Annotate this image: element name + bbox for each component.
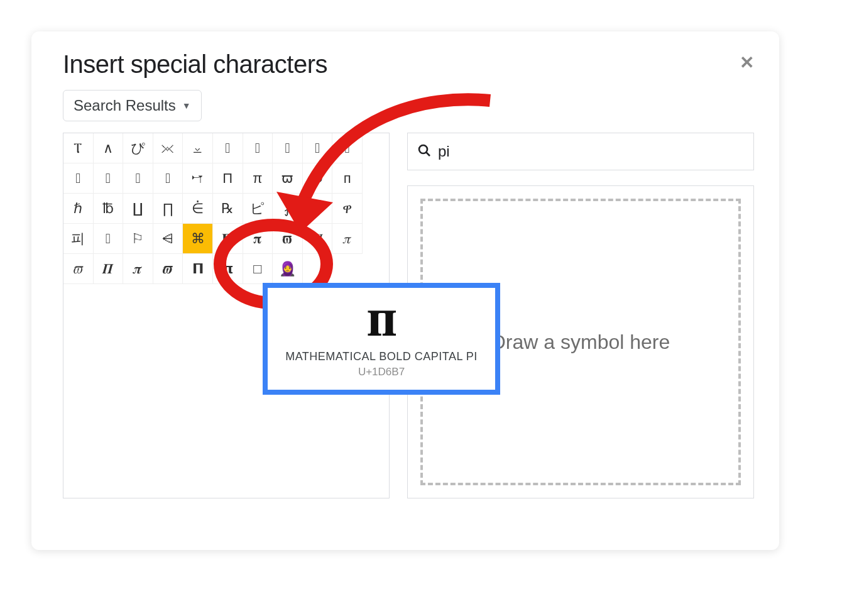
character-cell[interactable]: ▶ [303, 194, 333, 224]
close-button[interactable]: ✕ [740, 54, 754, 72]
search-box[interactable] [407, 133, 754, 170]
character-cell[interactable]: ピ [243, 194, 273, 224]
character-cell[interactable]: 𝜛 [63, 254, 94, 284]
character-cell[interactable]: ℞ [213, 194, 243, 224]
character-cell[interactable]: 𐎎 [183, 163, 213, 194]
character-cell[interactable]: 𒀫 [273, 133, 303, 163]
character-cell[interactable]: ⩙ [153, 133, 183, 163]
tooltip-glyph: 𝚷 [280, 303, 483, 344]
character-cell[interactable]: ⩡ [183, 133, 213, 163]
tooltip-name: MATHEMATICAL BOLD CAPITAL PI [280, 350, 483, 363]
character-cell[interactable]: 𝛱 [303, 224, 333, 254]
character-cell[interactable]: ⨏ [273, 194, 303, 224]
draw-prompt-text: Draw a symbol here [491, 331, 670, 354]
category-dropdown[interactable]: Search Results ▼ [63, 90, 202, 121]
character-cell[interactable]: 𝝥 [183, 254, 213, 284]
character-cell[interactable]: 𒀪 [243, 133, 273, 163]
close-icon: ✕ [740, 53, 754, 72]
character-cell[interactable]: 𒀲 [94, 224, 124, 254]
character-cell[interactable]: 𒀩 [213, 133, 243, 163]
character-cell[interactable]: ⩤ [153, 224, 183, 254]
search-input[interactable] [438, 143, 745, 160]
character-cell[interactable]: ℔ [94, 194, 124, 224]
character-cell[interactable]: ⚐ [123, 224, 153, 254]
character-cell[interactable]: ∧ [94, 133, 124, 163]
character-cell[interactable]: Ⲧ [63, 133, 94, 163]
dropdown-label: Search Results [74, 97, 176, 114]
caret-down-icon: ▼ [182, 101, 191, 111]
character-cell[interactable]: 𝝿 [213, 254, 243, 284]
character-cell[interactable]: ϖ [273, 163, 303, 194]
character-grid: Ⲧ∧ぴ⩙⩡𒀩𒀪𒀫𒁀𒁁𒁂𒁊𒁋𒁖𐎎ΠπϖⅮпℏ℔∐∏⋵℞ピ⨏▶ዋ피𒀲⚐⩤⌘𝚷𝛑𝛡𝛱𝜋… [63, 133, 389, 284]
tooltip-code: U+1D6B7 [280, 366, 483, 378]
character-cell[interactable]: 𒁂 [63, 163, 94, 194]
character-cell[interactable]: 𝜋 [332, 224, 363, 254]
character-cell[interactable]: ℏ [63, 194, 94, 224]
character-cell[interactable]: 𒁖 [153, 163, 183, 194]
character-tooltip: 𝚷 MATHEMATICAL BOLD CAPITAL PI U+1D6B7 [263, 283, 500, 395]
character-cell[interactable]: 𝜫 [94, 254, 124, 284]
svg-point-0 [419, 145, 427, 153]
search-icon [417, 143, 438, 160]
svg-line-1 [427, 153, 430, 157]
character-cell[interactable]: 𝛡 [273, 224, 303, 254]
character-cell[interactable]: 𝚷 [213, 224, 243, 254]
character-cell[interactable]: Π [213, 163, 243, 194]
character-cell[interactable]: 𝝕 [153, 254, 183, 284]
character-cell[interactable]: ∐ [123, 194, 153, 224]
dialog-title: Insert special characters [63, 50, 754, 79]
character-cell[interactable]: ⌘ [183, 224, 213, 254]
character-cell[interactable]: ዋ [332, 194, 363, 224]
character-cell[interactable]: 𒁊 [94, 163, 124, 194]
character-cell[interactable]: 🧕 [273, 254, 303, 284]
character-cell[interactable]: 𝛑 [243, 224, 273, 254]
character-cell[interactable]: π [243, 163, 273, 194]
character-cell[interactable]: ∏ [153, 194, 183, 224]
character-cell[interactable]: ぴ [123, 133, 153, 163]
character-cell[interactable]: 𒁀 [303, 133, 333, 163]
character-cell[interactable]: 피 [63, 224, 94, 254]
character-cell[interactable]: 𝝅 [123, 254, 153, 284]
character-cell[interactable]: ⋵ [183, 194, 213, 224]
special-characters-dialog: ✕ Insert special characters Search Resul… [31, 31, 779, 550]
character-cell[interactable]: п [332, 163, 363, 194]
character-cell[interactable]: Ⅾ [303, 163, 333, 194]
character-cell[interactable]: 𒁋 [123, 163, 153, 194]
character-cell[interactable]: □ [243, 254, 273, 284]
character-cell[interactable]: 𒁁 [332, 133, 363, 163]
